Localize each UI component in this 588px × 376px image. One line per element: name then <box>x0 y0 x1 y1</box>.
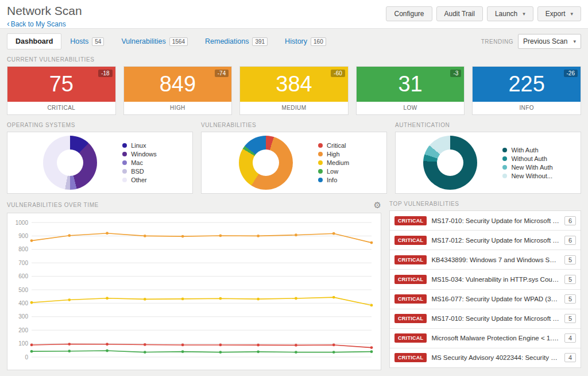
operating-systems-section: OPERATING SYSTEMS Linux Windows Mac BSD … <box>7 115 193 194</box>
launch-button[interactable]: Launch▾ <box>487 6 533 21</box>
audit-trail-button-label: Audit Trail <box>444 10 475 18</box>
severity-card-high[interactable]: 849 -74 HIGH <box>123 66 233 115</box>
severity-card-delta-badge: -3 <box>450 70 461 77</box>
list-item[interactable]: CRITICAL MS17-012: Security Update for M… <box>390 231 581 250</box>
chevron-down-icon: ▾ <box>573 39 576 44</box>
svg-text:1000: 1000 <box>16 220 29 226</box>
list-item[interactable]: CRITICAL MS16-077: Security Update for W… <box>390 290 581 309</box>
severity-card-value: 384 <box>276 72 312 97</box>
vulnerability-count-badge: 4 <box>564 353 576 362</box>
list-item[interactable]: CRITICAL MS Security Advisory 4022344: S… <box>390 348 581 367</box>
severity-cards: 75 -18 CRITICAL 849 -74 HIGH 384 -60 MED… <box>7 66 581 115</box>
vulnerability-title: KB4343899: Windows 7 and Windows Server … <box>431 256 559 263</box>
vulnerabilities-over-time-header: VULNERABILITIES OVER TIME ⚙ <box>7 201 381 209</box>
legend-label: Windows <box>131 151 157 158</box>
top-vulnerabilities-section: TOP VULNERABILITIES CRITICAL MS17-010: S… <box>389 194 581 370</box>
header: Network Scan ‹Back to My Scans Configure… <box>0 0 588 29</box>
legend-item: BSD <box>122 168 157 175</box>
tab-count-badge: 391 <box>252 37 268 46</box>
legend-item: With Auth <box>502 147 552 154</box>
severity-badge: CRITICAL <box>394 275 427 284</box>
severity-card-value: 31 <box>398 72 422 97</box>
legend-label: Low <box>327 168 338 175</box>
operating-systems-legend: Linux Windows Mac BSD Other <box>122 142 157 183</box>
severity-card-info[interactable]: 225 -26 INFO <box>472 66 581 115</box>
severity-card-delta-badge: -18 <box>98 70 112 77</box>
legend-dot-icon <box>318 152 323 156</box>
legend-dot-icon <box>318 143 323 148</box>
back-link[interactable]: ‹Back to My Scans <box>7 19 82 28</box>
operating-systems-panel: Linux Windows Mac BSD Other <box>7 132 193 194</box>
severity-card-value-area: 849 -74 <box>124 67 232 102</box>
tab-vulnerabilities[interactable]: Vulnerabilities1564 <box>113 33 196 49</box>
severity-card-label: MEDIUM <box>240 102 348 114</box>
bottom-row: VULNERABILITIES OVER TIME ⚙ 010020030040… <box>7 194 581 370</box>
page-title: Network Scan <box>7 4 82 18</box>
top-vulnerabilities-label: TOP VULNERABILITIES <box>389 201 459 207</box>
severity-badge: CRITICAL <box>394 294 427 304</box>
legend-label: New Without... <box>511 172 552 179</box>
legend-label: Without Auth <box>511 155 547 162</box>
vulnerability-count-badge: 6 <box>564 216 576 225</box>
header-buttons: Configure Audit Trail Launch▾ Export▾ <box>386 4 581 21</box>
vulnerabilities-over-time-panel: 01002003004005006007008009001000 <box>7 213 381 370</box>
authentication-section: AUTHENTICATION With Auth Without Auth Ne… <box>395 115 581 194</box>
back-link-label: Back to My Scans <box>11 20 66 28</box>
tab-label: Dashboard <box>16 37 53 45</box>
legend-dot-icon <box>122 169 127 174</box>
severity-card-value-area: 225 -26 <box>473 67 581 102</box>
severity-card-value: 225 <box>508 72 544 97</box>
list-item[interactable]: CRITICAL MS17-010: Security Update for M… <box>390 211 581 231</box>
legend-dot-icon <box>122 143 127 148</box>
severity-card-low[interactable]: 31 -3 LOW <box>356 66 465 115</box>
list-item[interactable]: CRITICAL KB4343899: Windows 7 and Window… <box>390 250 581 270</box>
list-item[interactable]: CRITICAL Microsoft Malware Protection En… <box>390 329 581 348</box>
chevron-left-icon: ‹ <box>7 19 10 28</box>
tab-dashboard[interactable]: Dashboard <box>7 33 61 49</box>
vulnerability-count-badge: 5 <box>564 294 576 304</box>
tab-remediations[interactable]: Remediations391 <box>196 33 276 49</box>
severity-card-medium[interactable]: 384 -60 MEDIUM <box>239 66 349 115</box>
trending-selected-value: Previous Scan <box>523 37 567 45</box>
tab-history[interactable]: History160 <box>276 33 335 49</box>
tab-hosts[interactable]: Hosts54 <box>61 33 113 49</box>
export-button-label: Export <box>546 10 566 18</box>
donut-hole <box>437 149 463 176</box>
legend-item: New Without... <box>502 172 552 179</box>
tab-label: Remediations <box>205 37 249 45</box>
severity-card-value-area: 384 -60 <box>240 67 348 102</box>
tab-label: History <box>285 37 307 45</box>
trending-select[interactable]: Previous Scan ▾ <box>518 34 581 49</box>
tab-count-badge: 160 <box>311 37 326 46</box>
list-item[interactable]: CRITICAL MS17-010: Security Update for M… <box>390 309 581 329</box>
legend-dot-icon <box>318 178 323 182</box>
legend-dot-icon <box>122 178 127 182</box>
gear-icon[interactable]: ⚙ <box>374 201 381 209</box>
legend-item: Windows <box>122 151 157 158</box>
top-vulnerabilities-list: CRITICAL MS17-010: Security Update for M… <box>389 210 581 368</box>
legend-item: High <box>318 151 349 158</box>
svg-text:500: 500 <box>18 287 28 293</box>
legend-label: BSD <box>131 168 144 175</box>
svg-text:600: 600 <box>18 273 28 279</box>
legend-item: Mac <box>122 159 157 166</box>
svg-text:200: 200 <box>18 327 28 333</box>
vulnerabilities-donut-section: VULNERABILITIES Critical High Medium Low… <box>201 115 387 194</box>
legend-item: Low <box>318 168 349 175</box>
audit-trail-button[interactable]: Audit Trail <box>436 6 483 21</box>
operating-systems-label: OPERATING SYSTEMS <box>7 122 193 128</box>
trending-label: TRENDING <box>481 39 513 45</box>
list-item[interactable]: CRITICAL MS15-034: Vulnerability in HTTP… <box>390 270 581 289</box>
export-button[interactable]: Export▾ <box>537 6 581 21</box>
severity-card-delta-badge: -26 <box>564 70 578 77</box>
legend-item: Medium <box>318 159 349 166</box>
severity-card-critical[interactable]: 75 -18 CRITICAL <box>7 66 116 115</box>
donut-hole <box>253 149 279 176</box>
legend-dot-icon <box>122 160 127 165</box>
legend-item: New With Auth <box>502 164 552 171</box>
legend-dot-icon <box>318 169 323 174</box>
vulnerability-count-badge: 4 <box>564 333 576 343</box>
severity-badge: CRITICAL <box>394 353 427 362</box>
configure-button[interactable]: Configure <box>386 6 432 21</box>
severity-card-value: 849 <box>160 72 196 97</box>
